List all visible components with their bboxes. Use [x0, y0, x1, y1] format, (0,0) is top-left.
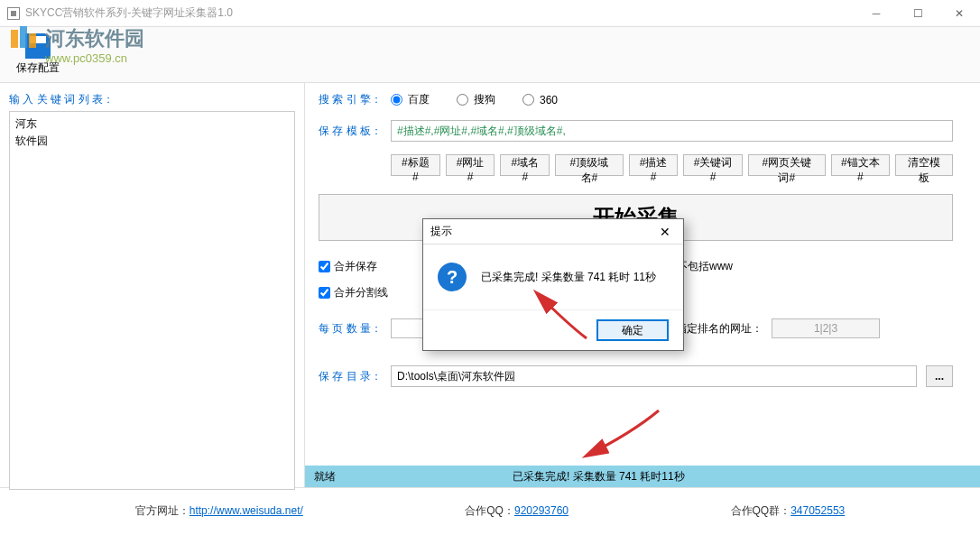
dialog-footer: 确定	[423, 309, 683, 350]
radio-sogou[interactable]: 搜狗	[457, 92, 495, 107]
radio-360[interactable]: 360	[522, 92, 558, 107]
status-bar: 就绪 已采集完成! 采集数量 741 耗时11秒	[305, 466, 980, 487]
save-config-label: 保存配置	[16, 60, 60, 76]
keyword-list[interactable]: 河东 软件园	[9, 111, 295, 490]
keyword-list-label: 输 入 关 键 词 列 表：	[9, 92, 295, 107]
browse-button[interactable]: ...	[926, 365, 953, 387]
message-dialog: 提示 ✕ ? 已采集完成! 采集数量 741 耗时 11秒 确定	[422, 218, 684, 351]
dialog-title-text: 提示	[430, 224, 452, 239]
template-btn-page-kw[interactable]: #网页关键词#	[748, 154, 826, 176]
window-controls: ─ ☐ ✕	[855, 0, 980, 27]
info-icon: ?	[438, 263, 467, 291]
footer: 官方网址：http://www.weisuda.net/ 合作QQ：920293…	[0, 487, 980, 534]
save-dir-label: 保 存 目 录：	[319, 369, 382, 384]
search-engine-label: 搜 索 引 擎：	[319, 92, 382, 107]
keyword-item[interactable]: 河东	[14, 115, 291, 133]
save-icon	[25, 33, 51, 59]
template-btn-domain[interactable]: #域名#	[500, 154, 550, 176]
save-dir-input[interactable]	[391, 365, 917, 387]
template-label: 保 存 模 板：	[319, 124, 382, 139]
minimize-button[interactable]: ─	[855, 0, 897, 27]
maximize-button[interactable]: ☐	[897, 0, 938, 27]
status-ready: 就绪	[305, 469, 513, 484]
sidebar: 输 入 关 键 词 列 表： 河东 软件园	[0, 83, 305, 487]
footer-site: 官方网址：http://www.weisuda.net/	[135, 503, 303, 519]
template-btn-keyword[interactable]: #关键词#	[683, 154, 742, 176]
qqgroup-link[interactable]: 347052553	[790, 504, 845, 517]
page-count-label: 每 页 数 量：	[319, 321, 382, 337]
template-input[interactable]	[391, 120, 953, 142]
status-message: 已采集完成! 采集数量 741 耗时11秒	[513, 469, 980, 484]
keyword-item[interactable]: 软件园	[14, 133, 291, 150]
app-icon	[7, 7, 20, 20]
template-btn-desc[interactable]: #描述#	[629, 154, 679, 176]
site-link[interactable]: http://www.weisuda.net/	[190, 504, 303, 517]
template-btn-anchor[interactable]: #锚文本#	[831, 154, 890, 176]
radio-baidu[interactable]: 百度	[391, 92, 430, 107]
checkbox-merge-divider[interactable]: 合并分割线	[319, 285, 388, 300]
dialog-close-button[interactable]: ✕	[654, 223, 676, 241]
window-title: SKYCC营销软件系列-关键字网址采集器1.0	[25, 5, 233, 21]
dialog-ok-button[interactable]: 确定	[596, 319, 669, 341]
qq-link[interactable]: 920293760	[514, 504, 569, 517]
footer-qqgroup: 合作QQ群：347052553	[731, 503, 846, 519]
dialog-message: 已采集完成! 采集数量 741 耗时 11秒	[481, 270, 656, 285]
save-config-button[interactable]: 保存配置	[9, 30, 67, 79]
template-btn-url[interactable]: #网址#	[446, 154, 495, 176]
footer-qq: 合作QQ：920293760	[465, 503, 569, 519]
titlebar: SKYCC营销软件系列-关键字网址采集器1.0 ─ ☐ ✕	[0, 0, 980, 27]
dialog-titlebar[interactable]: 提示 ✕	[423, 219, 683, 244]
rank-filter-input[interactable]	[772, 318, 880, 338]
dialog-body: ? 已采集完成! 采集数量 741 耗时 11秒	[423, 244, 683, 309]
close-button[interactable]: ✕	[938, 0, 980, 27]
template-btn-clear[interactable]: 清空模板	[895, 154, 953, 176]
search-engine-group: 百度 搜狗 360	[391, 92, 558, 107]
toolbar: 保存配置	[0, 27, 980, 83]
template-btn-title[interactable]: #标题#	[391, 154, 440, 176]
template-btn-tld[interactable]: #顶级域名#	[555, 154, 624, 176]
template-buttons: #标题# #网址# #域名# #顶级域名# #描述# #关键词# #网页关键词#…	[391, 154, 953, 176]
checkbox-merge-save[interactable]: 合并保存	[319, 259, 377, 274]
